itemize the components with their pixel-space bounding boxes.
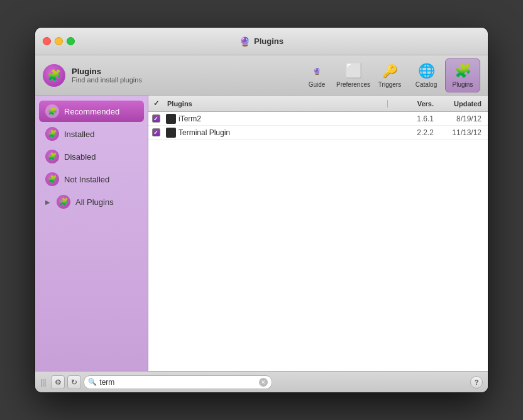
- table-body: ✓ iTerm2 1.6.1 8/19/12 ✓: [148, 112, 488, 371]
- title-puzzle-icon: 🔮: [239, 36, 250, 47]
- row-vers-0: 1.6.1: [387, 114, 438, 123]
- help-button[interactable]: ?: [470, 376, 483, 389]
- row-name-1: Terminal Plugin: [163, 128, 387, 138]
- triggers-icon: 🔑: [381, 62, 399, 80]
- app-icon: 🧩: [43, 64, 65, 87]
- catalog-button[interactable]: 🌐 Catalog: [409, 58, 444, 92]
- toolbar-buttons: 🔮 Guide ⬜ Preferences 🔑 Triggers 🌐 Catal…: [299, 58, 480, 92]
- minimize-button[interactable]: [55, 37, 63, 45]
- recommended-icon: 🧩: [45, 104, 59, 118]
- search-icon: 🔍: [88, 378, 97, 386]
- header-name: Plugins: [163, 100, 387, 108]
- header-vers: Vers.: [387, 100, 438, 108]
- row-check-1[interactable]: ✓: [148, 128, 163, 136]
- sidebar-item-not-installed[interactable]: 🧩 Not Installed: [39, 169, 144, 190]
- window-title: 🔮 Plugins: [239, 36, 284, 47]
- not-installed-icon: 🧩: [45, 172, 59, 186]
- table-row[interactable]: ✓ Terminal Plugin 2.2.2 11/13/12: [148, 126, 488, 140]
- refresh-button[interactable]: ↻: [67, 375, 81, 389]
- statusbar-left: ||| ⚙ ↻ 🔍 ✕: [40, 375, 468, 389]
- header-check: ✓: [148, 99, 163, 108]
- guide-button[interactable]: 🔮 Guide: [299, 58, 334, 92]
- sidebar-item-all-plugins[interactable]: ▶ 🧩 All Plugins: [39, 191, 144, 213]
- plugin-thumb-0: [166, 114, 176, 124]
- zoom-button[interactable]: [67, 37, 75, 45]
- grip-icon: |||: [40, 378, 46, 387]
- row-updated-0: 8/19/12: [438, 114, 488, 123]
- table-header: ✓ Plugins Vers. Updated: [148, 96, 488, 112]
- preferences-button[interactable]: ⬜ Preferences: [336, 58, 371, 92]
- catalog-icon: 🌐: [417, 62, 435, 80]
- app-subtitle: Find and install plugins: [72, 76, 142, 84]
- traffic-lights: [43, 37, 75, 45]
- plugins-icon: 🧩: [454, 62, 471, 80]
- plugins-button[interactable]: 🧩 Plugins: [445, 58, 480, 92]
- sidebar-item-installed[interactable]: 🧩 Installed: [39, 123, 144, 145]
- sidebar-item-recommended[interactable]: 🧩 Recommended: [39, 101, 144, 122]
- content-area: 🧩 Recommended 🧩 Installed 🧩 Disabled 🧩 N…: [35, 96, 488, 371]
- disabled-icon: 🧩: [45, 150, 59, 163]
- triggers-button[interactable]: 🔑 Triggers: [372, 58, 407, 92]
- table-row[interactable]: ✓ iTerm2 1.6.1 8/19/12: [148, 112, 488, 126]
- row-check-0[interactable]: ✓: [148, 114, 163, 123]
- search-field: 🔍 ✕: [84, 375, 272, 389]
- app-puzzle-icon: 🧩: [47, 69, 61, 82]
- main-panel: ✓ Plugins Vers. Updated ✓: [148, 96, 488, 371]
- app-title: Plugins: [72, 67, 142, 76]
- statusbar: ||| ⚙ ↻ 🔍 ✕ ?: [35, 371, 488, 392]
- sidebar-item-disabled[interactable]: 🧩 Disabled: [39, 146, 144, 167]
- plugin-thumb-1: [166, 128, 176, 138]
- main-window: 🔮 Plugins 🧩 Plugins Find and install plu…: [35, 28, 488, 392]
- sidebar: 🧩 Recommended 🧩 Installed 🧩 Disabled 🧩 N…: [35, 96, 148, 371]
- app-header: 🧩 Plugins Find and install plugins: [43, 64, 297, 87]
- checkbox-0[interactable]: ✓: [152, 114, 160, 123]
- search-input[interactable]: [99, 378, 256, 387]
- toolbar: 🧩 Plugins Find and install plugins 🔮 Gui…: [35, 55, 488, 96]
- row-name-0: iTerm2: [163, 114, 387, 124]
- titlebar: 🔮 Plugins: [35, 28, 488, 55]
- row-updated-1: 11/13/12: [438, 128, 488, 137]
- search-clear-button[interactable]: ✕: [259, 378, 268, 387]
- header-updated: Updated: [438, 100, 488, 108]
- close-button[interactable]: [43, 37, 51, 45]
- preferences-icon: ⬜: [344, 62, 362, 80]
- app-title-block: Plugins Find and install plugins: [72, 67, 142, 84]
- installed-icon: 🧩: [45, 127, 59, 141]
- row-vers-1: 2.2.2: [387, 128, 438, 137]
- settings-button[interactable]: ⚙: [51, 375, 65, 389]
- all-plugins-icon: 🧩: [57, 195, 70, 209]
- checkbox-1[interactable]: ✓: [152, 128, 160, 136]
- all-plugins-arrow: ▶: [45, 199, 50, 206]
- guide-icon: 🔮: [308, 62, 326, 80]
